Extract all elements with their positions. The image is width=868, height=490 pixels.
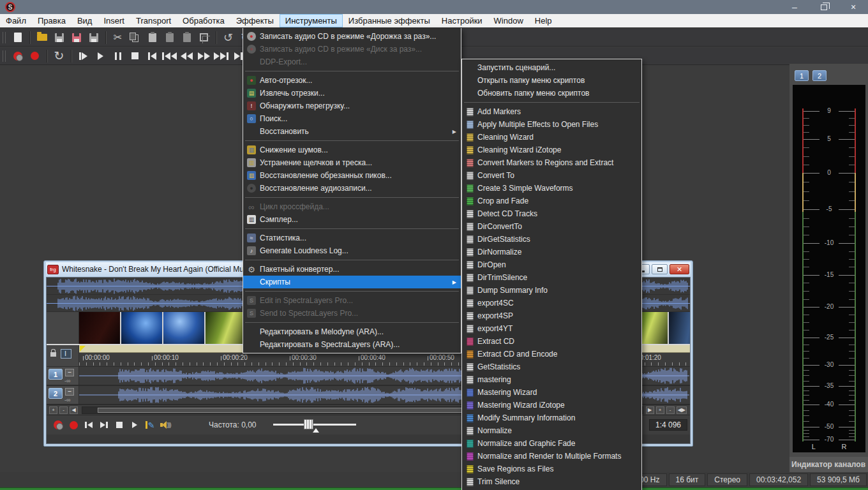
paste-to-new-icon[interactable] — [178, 30, 195, 45]
menubar-item-entry[interactable]: Window — [488, 14, 529, 27]
zoom-left-button[interactable]: - — [59, 406, 68, 414]
doc-go-end-button[interactable] — [96, 418, 112, 432]
forward-icon[interactable] — [195, 48, 213, 64]
menubar-item-entry[interactable]: Вид — [71, 14, 98, 27]
paste-special-icon[interactable] — [161, 30, 178, 45]
restore-button[interactable] — [809, 0, 839, 14]
scripts-menu-command[interactable]: Открыть папку меню скриптов — [462, 74, 641, 87]
script-menu-item[interactable]: Trim Silence — [462, 475, 641, 488]
minimize-button[interactable]: – — [780, 0, 809, 14]
tools-menu-item-scripts[interactable]: Скрипты▶ — [243, 276, 461, 288]
script-menu-item[interactable]: export4YT — [462, 322, 641, 335]
doc-marker-pen-button[interactable]: ✎ — [142, 418, 158, 432]
undo-icon[interactable]: ↺ — [220, 30, 237, 45]
doc-restore-button[interactable] — [652, 264, 668, 274]
tools-menu-item[interactable]: ⚙Пакетный конвертер... — [243, 263, 461, 276]
script-menu-item[interactable]: Save Regions as Files — [462, 463, 641, 475]
script-menu-item[interactable]: Create 3 Simple Waveforms — [462, 182, 641, 195]
trim-crop-icon[interactable] — [195, 30, 213, 45]
script-menu-item[interactable]: Extract CD — [462, 335, 641, 348]
script-menu-item[interactable]: Cleaning Wizard — [462, 131, 641, 144]
script-menu-item[interactable]: Crop and Fade — [462, 195, 641, 207]
script-menu-item[interactable]: Add Markers — [462, 105, 641, 118]
cut-icon[interactable]: ✂ — [109, 30, 126, 45]
script-menu-item[interactable]: Mastering Wizard — [462, 386, 641, 399]
tools-menu-item[interactable]: ∞Цикл кроссфейда... — [243, 200, 461, 213]
tools-menu-item[interactable]: !Обнаружить перегрузку... — [243, 100, 461, 112]
tools-menu-item[interactable]: ♪Generate Loudness Log... — [243, 244, 461, 257]
meter-channel-button-2[interactable]: 2 — [812, 70, 827, 81]
lock-icon[interactable] — [50, 352, 56, 357]
menubar-item-entry[interactable]: Help — [529, 14, 558, 27]
script-menu-item[interactable]: export4SP — [462, 309, 641, 322]
paste-icon[interactable] — [144, 30, 161, 45]
doc-record-cd-button[interactable] — [50, 418, 66, 432]
rewind-to-start-icon[interactable] — [161, 48, 178, 64]
scripts-menu-command[interactable]: Запустить сценарий... — [462, 61, 641, 74]
tools-menu-item[interactable]: ●Записать аудио CD в режиме «Дорожка за … — [243, 30, 461, 43]
zoom-left-button[interactable]: ◀ — [70, 406, 78, 414]
track-minimize-button[interactable]: – — [65, 369, 74, 376]
script-menu-item[interactable]: DirTrimSilence — [462, 271, 641, 284]
save-as-icon[interactable] — [68, 30, 85, 45]
doc-speaker-button[interactable]: ))) — [158, 418, 173, 432]
level-meter[interactable]: 950-5-10-15-20-25-30-35-40-50-70LR — [793, 85, 865, 452]
tools-menu-item[interactable]: ▥Снижение шумов... — [243, 144, 461, 156]
stop-icon[interactable] — [126, 48, 144, 64]
save-all-icon[interactable] — [85, 30, 102, 45]
open-file-icon[interactable] — [33, 30, 50, 45]
script-menu-item[interactable]: DirConvertTo — [462, 220, 641, 233]
menubar-item-active[interactable]: Инструменты — [280, 14, 343, 27]
script-menu-item[interactable]: Extract CD and Encode — [462, 348, 641, 360]
tools-menu-item[interactable]: Редактировать в SpectraLayers (ARA)... — [243, 338, 461, 351]
menubar-item-entry[interactable]: Настройки — [436, 14, 488, 27]
tools-menu-item[interactable]: SEdit in SpectraLayers Pro... — [243, 294, 461, 307]
save-icon[interactable] — [50, 30, 68, 45]
menubar-item-entry[interactable]: Избранные эффекты — [343, 14, 436, 27]
record-icon[interactable] — [26, 48, 43, 64]
zoom-right-button[interactable]: + — [656, 406, 664, 414]
tools-menu-item[interactable]: Восстановить▶ — [243, 125, 461, 138]
toolbar-grip[interactable] — [3, 32, 6, 43]
tools-menu-item[interactable]: SSend to SpectraLayers Pro... — [243, 307, 461, 320]
tools-menu-item[interactable]: ●Авто-отрезок... — [243, 74, 461, 87]
track-number-button[interactable]: 1 — [49, 369, 63, 380]
script-menu-item[interactable]: DirNormalize — [462, 246, 641, 258]
tools-menu-item[interactable]: ▥Устранение щелчков и треска... — [243, 156, 461, 169]
scripts-menu-command[interactable]: Обновить папку меню скриптов — [462, 87, 641, 100]
doc-close-button[interactable]: ✕ — [670, 264, 689, 274]
menubar-item-entry[interactable]: Эффекты — [230, 14, 280, 27]
tools-menu-item[interactable]: ●Записать аудио CD в режиме «Диск за раз… — [243, 43, 461, 56]
script-menu-item[interactable]: Mastering Wizard iZotope — [462, 399, 641, 412]
doc-stop-button[interactable] — [112, 418, 127, 432]
tools-menu-item[interactable]: ○Поиск... — [243, 112, 461, 125]
script-menu-item[interactable]: Detect CD Tracks — [462, 207, 641, 220]
play-all-icon[interactable] — [75, 48, 92, 64]
menubar-item-entry[interactable]: Файл — [0, 14, 32, 27]
script-menu-item[interactable]: Dump Summary Info — [462, 284, 641, 297]
pause-icon[interactable] — [109, 48, 126, 64]
meter-channel-button-1[interactable]: 1 — [795, 70, 809, 81]
zoom-left-button[interactable]: + — [49, 406, 57, 414]
doc-record-button[interactable] — [66, 418, 81, 432]
zoom-right-button[interactable]: ▶ — [646, 406, 654, 414]
script-menu-item[interactable]: Cleaning Wizard iZotope — [462, 144, 641, 156]
loop-playback-icon[interactable]: ↻ — [50, 48, 68, 64]
record-into-cd-icon[interactable] — [9, 48, 26, 64]
tools-menu-item[interactable]: ▤Извлечь отрезки... — [243, 87, 461, 100]
menubar-item-entry[interactable]: Transport — [130, 14, 177, 27]
tools-menu-item[interactable]: ▥Восстановление обрезанных пиков... — [243, 169, 461, 182]
script-menu-item[interactable]: Convert Markers to Regions and Extract — [462, 156, 641, 169]
rewind-icon[interactable] — [178, 48, 195, 64]
track-number-button[interactable]: 2 — [49, 388, 63, 399]
script-menu-item[interactable]: Convert To — [462, 169, 641, 182]
play-icon[interactable] — [92, 48, 109, 64]
close-button[interactable]: × — [839, 0, 868, 14]
new-file-icon[interactable] — [9, 30, 26, 45]
tools-menu-item[interactable]: ≈Статистика... — [243, 232, 461, 244]
tools-menu-item[interactable]: ●Восстановление аудиозаписи... — [243, 182, 461, 195]
menubar-item-entry[interactable]: Обработка — [177, 14, 230, 27]
toolbar-grip[interactable] — [3, 50, 6, 62]
copy-icon[interactable] — [126, 30, 144, 45]
script-menu-item[interactable]: GetStatistics — [462, 360, 641, 373]
